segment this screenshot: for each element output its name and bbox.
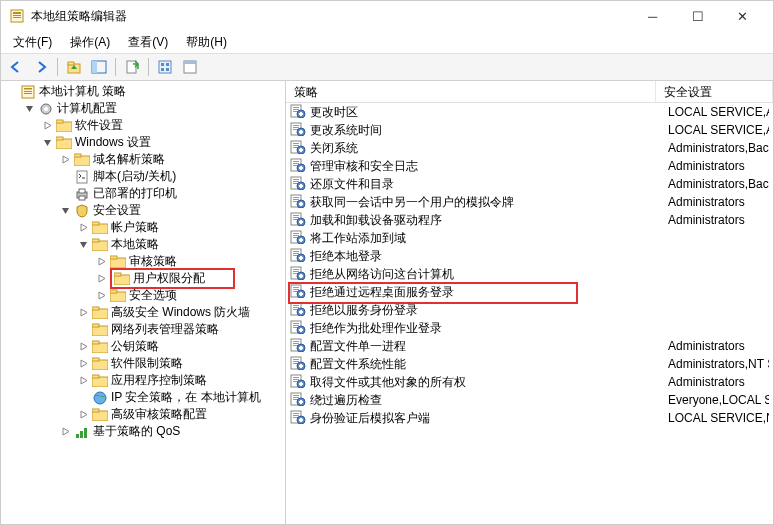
tree-item-windows-firewall[interactable]: 高级安全 Windows 防火墙 — [1, 304, 285, 321]
properties-button[interactable] — [179, 56, 201, 78]
forward-button[interactable] — [30, 56, 52, 78]
tree-item-windows-settings[interactable]: Windows 设置 — [1, 134, 285, 151]
policy-row[interactable]: 拒绝以服务身份登录 — [286, 301, 773, 319]
tree-item-policy-qos[interactable]: 基于策略的 QoS — [1, 423, 285, 440]
policy-row[interactable]: 身份验证后模拟客户端LOCAL SERVICE,NET. — [286, 409, 773, 427]
tree-label: 安全选项 — [129, 287, 177, 304]
tree-item-user-rights[interactable]: 用户权限分配 — [1, 270, 285, 287]
policy-row[interactable]: 加载和卸载设备驱动程序Administrators — [286, 211, 773, 229]
collapse-icon[interactable] — [41, 136, 54, 149]
policy-name: 拒绝本地登录 — [310, 248, 668, 265]
policy-row[interactable]: 还原文件和目录Administrators,Backu — [286, 175, 773, 193]
svg-point-21 — [44, 107, 48, 111]
menu-bar: 文件(F) 操作(A) 查看(V) 帮助(H) — [1, 31, 773, 53]
policy-row[interactable]: 获取同一会话中另一个用户的模拟令牌Administrators — [286, 193, 773, 211]
policy-row[interactable]: 绕过遍历检查Everyone,LOCAL SER — [286, 391, 773, 409]
up-button[interactable] — [63, 56, 85, 78]
show-hide-tree-button[interactable] — [88, 56, 110, 78]
collapse-icon[interactable] — [23, 102, 36, 115]
maximize-button[interactable]: ☐ — [675, 2, 720, 30]
collapse-icon[interactable] — [59, 204, 72, 217]
svg-rect-120 — [299, 257, 303, 259]
svg-rect-155 — [299, 347, 303, 349]
tree-item-app-control[interactable]: 应用程序控制策略 — [1, 372, 285, 389]
policy-row[interactable]: 将工作站添加到域 — [286, 229, 773, 247]
svg-rect-71 — [299, 131, 303, 133]
export-button[interactable] — [121, 56, 143, 78]
policy-row[interactable]: 配置文件单一进程Administrators — [286, 337, 773, 355]
policy-row[interactable]: 更改系统时间LOCAL SERVICE,Adm — [286, 121, 773, 139]
svg-rect-144 — [293, 325, 299, 326]
expand-icon[interactable] — [77, 374, 90, 387]
expand-icon[interactable] — [77, 357, 90, 370]
policy-row[interactable]: 拒绝从网络访问这台计算机 — [286, 265, 773, 283]
tree-item-advanced-audit[interactable]: 高级审核策略配置 — [1, 406, 285, 423]
close-button[interactable]: ✕ — [720, 2, 765, 30]
policy-row[interactable]: 拒绝通过远程桌面服务登录 — [286, 283, 773, 301]
policy-name: 更改系统时间 — [310, 122, 668, 139]
expand-icon[interactable] — [77, 306, 90, 319]
svg-rect-7 — [92, 61, 97, 73]
expand-icon[interactable] — [95, 289, 108, 302]
svg-rect-18 — [24, 91, 32, 92]
tree-item-scripts[interactable]: 脚本(启动/关机) — [1, 168, 285, 185]
expand-icon[interactable] — [59, 425, 72, 438]
svg-rect-143 — [293, 323, 299, 324]
tree-item-software-settings[interactable]: 软件设置 — [1, 117, 285, 134]
list-panel[interactable]: 策略 安全设置 更改时区LOCAL SERVICE,Adm更改系统时间LOCAL… — [286, 81, 773, 524]
svg-rect-101 — [293, 215, 299, 216]
folder-icon — [56, 135, 72, 151]
policy-row[interactable]: 配置文件系统性能Administrators,NT SE — [286, 355, 773, 373]
tree-item-name-resolution[interactable]: 域名解析策略 — [1, 151, 285, 168]
refresh-button[interactable] — [154, 56, 176, 78]
policy-row[interactable]: 取得文件或其他对象的所有权Administrators — [286, 373, 773, 391]
tree-item-security-options[interactable]: 安全选项 — [1, 287, 285, 304]
menu-help[interactable]: 帮助(H) — [178, 32, 235, 53]
expand-icon[interactable] — [77, 340, 90, 353]
policy-row[interactable]: 更改时区LOCAL SERVICE,Adm — [286, 103, 773, 121]
folder-icon — [74, 203, 90, 219]
tree-item-local-policies[interactable]: 本地策略 — [1, 236, 285, 253]
collapse-icon[interactable] — [77, 238, 90, 251]
tree-item-public-key[interactable]: 公钥策略 — [1, 338, 285, 355]
policy-row[interactable]: 管理审核和安全日志Administrators — [286, 157, 773, 175]
tree-item-software-restriction[interactable]: 软件限制策略 — [1, 355, 285, 372]
policy-row[interactable]: 关闭系统Administrators,Backu — [286, 139, 773, 157]
tree-label: 用户权限分配 — [133, 270, 205, 287]
policy-setting: LOCAL SERVICE,Adm — [668, 105, 769, 119]
back-button[interactable] — [5, 56, 27, 78]
policy-name: 拒绝作为批处理作业登录 — [310, 320, 668, 337]
policy-row[interactable]: 拒绝作为批处理作业登录 — [286, 319, 773, 337]
menu-file[interactable]: 文件(F) — [5, 32, 60, 53]
expand-icon[interactable] — [41, 119, 54, 132]
policy-icon — [290, 104, 306, 120]
policy-icon — [290, 302, 306, 318]
policy-setting: Administrators — [668, 339, 769, 353]
expand-icon[interactable] — [95, 255, 108, 268]
tree-item-root[interactable]: 本地计算机 策略 — [1, 83, 285, 100]
svg-rect-81 — [293, 163, 299, 164]
svg-rect-43 — [92, 307, 99, 310]
tree-item-ip-security[interactable]: IP 安全策略，在 本地计算机 — [1, 389, 285, 406]
folder-icon — [110, 288, 126, 304]
folder-icon — [56, 118, 72, 134]
tree-item-network-list[interactable]: 网络列表管理器策略 — [1, 321, 285, 338]
expand-icon[interactable] — [77, 408, 90, 421]
menu-action[interactable]: 操作(A) — [62, 32, 118, 53]
tree-item-security-settings[interactable]: 安全设置 — [1, 202, 285, 219]
expand-icon[interactable] — [77, 221, 90, 234]
column-security-setting[interactable]: 安全设置 — [656, 81, 773, 102]
minimize-button[interactable]: ─ — [630, 2, 675, 30]
policy-row[interactable]: 拒绝本地登录 — [286, 247, 773, 265]
tree-spacer — [59, 187, 72, 200]
tree-item-deployed-printers[interactable]: 已部署的打印机 — [1, 185, 285, 202]
tree-panel[interactable]: 本地计算机 策略计算机配置软件设置Windows 设置域名解析策略脚本(启动/关… — [1, 81, 286, 524]
menu-view[interactable]: 查看(V) — [120, 32, 176, 53]
column-policy[interactable]: 策略 — [286, 81, 656, 102]
tree-item-account-policies[interactable]: 帐户策略 — [1, 219, 285, 236]
tree-item-computer-config[interactable]: 计算机配置 — [1, 100, 285, 117]
policy-icon — [290, 266, 306, 282]
expand-icon[interactable] — [59, 153, 72, 166]
expand-icon[interactable] — [95, 272, 108, 285]
svg-rect-3 — [13, 17, 21, 18]
